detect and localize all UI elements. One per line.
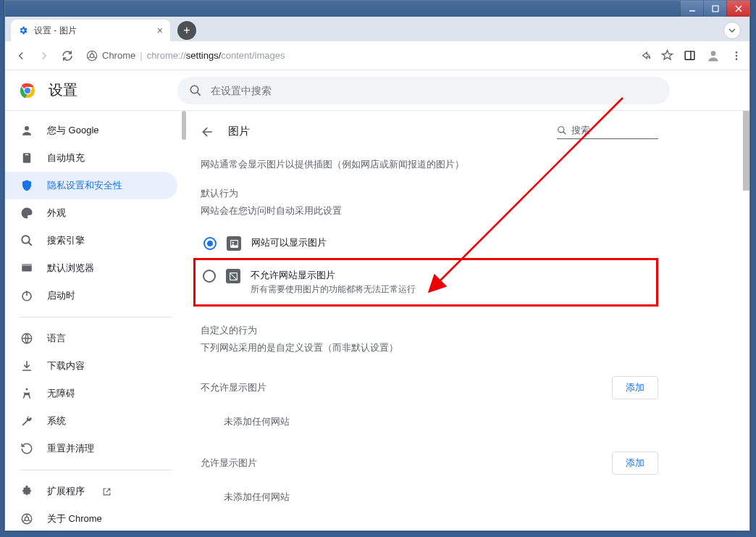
new-tab-button[interactable]: + bbox=[177, 21, 196, 40]
address-bar[interactable]: Chrome | chrome://settings/content/image… bbox=[82, 50, 633, 62]
tab-close-icon[interactable]: × bbox=[157, 25, 163, 36]
sidebar-item-system[interactable]: 系统 bbox=[5, 407, 177, 435]
download-icon bbox=[20, 359, 34, 373]
annotation-highlight: 不允许网站显示图片 所有需要使用图片的功能都将无法正常运行 bbox=[193, 258, 658, 307]
sidebar-item-reset[interactable]: 重置并清理 bbox=[5, 435, 177, 462]
browser-toolbar: Chrome | chrome://settings/content/image… bbox=[5, 41, 749, 70]
back-button[interactable] bbox=[12, 47, 30, 64]
page-back-button[interactable] bbox=[201, 125, 215, 139]
restore-icon bbox=[20, 441, 34, 456]
palette-icon bbox=[20, 206, 34, 220]
default-behavior-sub: 网站会在您访问时自动采用此设置 bbox=[201, 204, 658, 217]
svg-rect-1 bbox=[713, 6, 718, 12]
add-block-site-button[interactable]: 添加 bbox=[612, 376, 658, 399]
custom-behavior-sub: 下列网站采用的是自定义设置（而非默认设置） bbox=[201, 341, 658, 354]
side-panel-icon[interactable] bbox=[684, 49, 696, 62]
shield-icon bbox=[20, 178, 34, 193]
svg-line-29 bbox=[563, 132, 566, 135]
clipboard-icon bbox=[20, 151, 34, 165]
window-minimize-button[interactable] bbox=[680, 1, 703, 17]
external-link-icon bbox=[102, 487, 112, 496]
svg-point-17 bbox=[25, 126, 29, 130]
sidebar-item-you-and-google[interactable]: 您与 Google bbox=[5, 117, 177, 144]
radio-block-images[interactable]: 不允许网站显示图片 所有需要使用图片的功能都将无法正常运行 bbox=[200, 262, 652, 303]
reload-button[interactable] bbox=[59, 47, 76, 64]
search-icon bbox=[557, 125, 567, 136]
svg-point-10 bbox=[736, 54, 738, 57]
radio-allow-images[interactable]: 网站可以显示图片 bbox=[201, 229, 658, 258]
image-off-icon bbox=[226, 269, 240, 283]
sidebar-item-appearance[interactable]: 外观 bbox=[5, 199, 177, 227]
page-title: 图片 bbox=[228, 125, 544, 138]
content-scrollbar[interactable] bbox=[743, 111, 749, 191]
allow-list-label: 允许显示图片 bbox=[201, 457, 257, 470]
window-close-button[interactable] bbox=[726, 1, 749, 17]
window-maximize-button[interactable] bbox=[703, 1, 726, 17]
extension-icon bbox=[20, 484, 34, 499]
sidebar-item-default-browser[interactable]: 默认浏览器 bbox=[5, 254, 177, 282]
radio-button[interactable] bbox=[203, 270, 216, 283]
sidebar-item-downloads[interactable]: 下载内容 bbox=[5, 352, 177, 380]
sidebar-item-accessibility[interactable]: 无障碍 bbox=[5, 380, 177, 407]
chrome-logo-icon bbox=[20, 83, 35, 99]
window-titlebar bbox=[5, 1, 749, 17]
profile-icon[interactable] bbox=[706, 49, 721, 63]
power-icon bbox=[20, 288, 34, 303]
browser-tab[interactable]: 设置 - 图片 × bbox=[11, 20, 170, 41]
svg-point-28 bbox=[558, 127, 564, 133]
browser-icon bbox=[20, 261, 34, 275]
sidebar-item-extensions[interactable]: 扩展程序 bbox=[5, 478, 177, 505]
page-search[interactable]: 搜索 bbox=[557, 124, 658, 139]
default-behavior-label: 默认行为 bbox=[201, 187, 658, 200]
svg-point-25 bbox=[26, 388, 28, 391]
gear-icon bbox=[18, 25, 28, 36]
svg-point-5 bbox=[90, 54, 93, 57]
forward-button[interactable] bbox=[35, 47, 53, 64]
allow-list-empty: 未添加任何网站 bbox=[201, 483, 658, 518]
radio-button[interactable] bbox=[203, 237, 217, 250]
tab-title: 设置 - 图片 bbox=[34, 25, 151, 37]
settings-sidebar: 您与 Google 自动填充 隐私设置和安全性 外观 搜索引擎 默认浏览器 启动… bbox=[5, 111, 186, 530]
tab-strip: 设置 - 图片 × + bbox=[5, 17, 749, 41]
bookmark-icon[interactable] bbox=[661, 49, 673, 62]
globe-icon bbox=[20, 331, 34, 346]
sidebar-item-languages[interactable]: 语言 bbox=[5, 325, 177, 352]
sidebar-item-on-startup[interactable]: 启动时 bbox=[5, 282, 177, 309]
svg-point-27 bbox=[25, 517, 28, 520]
chrome-icon bbox=[20, 512, 34, 526]
sidebar-item-about[interactable]: 关于 Chrome bbox=[5, 505, 177, 530]
settings-header: 设置 bbox=[5, 70, 749, 111]
add-allow-site-button[interactable]: 添加 bbox=[612, 451, 658, 475]
block-list-empty: 未添加任何网站 bbox=[201, 408, 658, 443]
svg-point-9 bbox=[736, 51, 738, 54]
svg-rect-21 bbox=[22, 264, 32, 266]
settings-content: 图片 搜索 网站通常会显示图片以提供插图（例如网店或新闻报道的图片） 默认行为 … bbox=[186, 111, 693, 530]
sidebar-item-privacy[interactable]: 隐私设置和安全性 bbox=[5, 172, 177, 199]
settings-search-input[interactable] bbox=[211, 85, 658, 96]
image-icon bbox=[227, 236, 241, 251]
search-icon bbox=[20, 233, 34, 248]
share-icon[interactable] bbox=[639, 49, 651, 62]
search-icon bbox=[189, 84, 202, 97]
tab-list-button[interactable] bbox=[723, 22, 741, 39]
menu-icon[interactable] bbox=[731, 50, 742, 62]
svg-point-8 bbox=[711, 51, 716, 56]
page-description: 网站通常会显示图片以提供插图（例如网店或新闻报道的图片） bbox=[201, 158, 658, 171]
wrench-icon bbox=[20, 414, 34, 428]
svg-point-15 bbox=[190, 86, 198, 93]
custom-behavior-label: 自定义的行为 bbox=[201, 324, 658, 337]
svg-point-18 bbox=[22, 236, 30, 243]
svg-point-31 bbox=[232, 241, 233, 243]
sidebar-item-search-engine[interactable]: 搜索引擎 bbox=[5, 227, 177, 254]
settings-heading: 设置 bbox=[49, 80, 77, 100]
url-scheme: Chrome bbox=[102, 50, 135, 61]
svg-line-33 bbox=[230, 272, 237, 280]
svg-rect-6 bbox=[685, 51, 694, 59]
sidebar-item-autofill[interactable]: 自动填充 bbox=[5, 144, 177, 172]
settings-search[interactable] bbox=[177, 77, 670, 104]
chrome-icon bbox=[86, 50, 98, 62]
person-icon bbox=[20, 123, 34, 138]
svg-line-19 bbox=[28, 242, 32, 246]
svg-point-11 bbox=[736, 58, 738, 60]
accessibility-icon bbox=[20, 386, 34, 401]
